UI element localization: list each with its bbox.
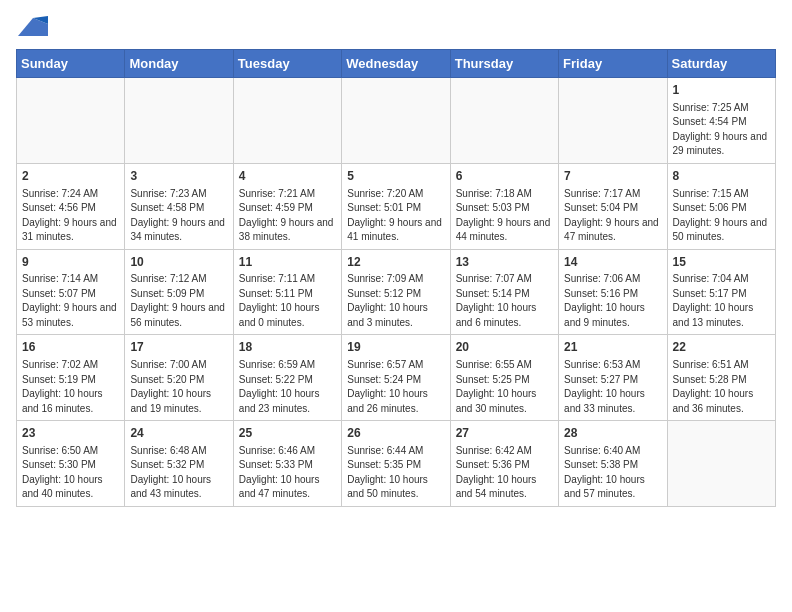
calendar-cell bbox=[667, 421, 775, 507]
day-number: 6 bbox=[456, 168, 553, 185]
calendar-cell: 21Sunrise: 6:53 AM Sunset: 5:27 PM Dayli… bbox=[559, 335, 667, 421]
day-info: Sunrise: 7:06 AM Sunset: 5:16 PM Dayligh… bbox=[564, 272, 661, 330]
day-info: Sunrise: 7:15 AM Sunset: 5:06 PM Dayligh… bbox=[673, 187, 770, 245]
calendar-cell: 11Sunrise: 7:11 AM Sunset: 5:11 PM Dayli… bbox=[233, 249, 341, 335]
day-number: 4 bbox=[239, 168, 336, 185]
calendar-cell: 6Sunrise: 7:18 AM Sunset: 5:03 PM Daylig… bbox=[450, 163, 558, 249]
day-header-tuesday: Tuesday bbox=[233, 50, 341, 78]
calendar-week-3: 9Sunrise: 7:14 AM Sunset: 5:07 PM Daylig… bbox=[17, 249, 776, 335]
calendar-cell: 8Sunrise: 7:15 AM Sunset: 5:06 PM Daylig… bbox=[667, 163, 775, 249]
calendar-cell: 1Sunrise: 7:25 AM Sunset: 4:54 PM Daylig… bbox=[667, 78, 775, 164]
calendar-cell: 9Sunrise: 7:14 AM Sunset: 5:07 PM Daylig… bbox=[17, 249, 125, 335]
day-info: Sunrise: 7:00 AM Sunset: 5:20 PM Dayligh… bbox=[130, 358, 227, 416]
calendar-week-4: 16Sunrise: 7:02 AM Sunset: 5:19 PM Dayli… bbox=[17, 335, 776, 421]
day-number: 9 bbox=[22, 254, 119, 271]
day-header-monday: Monday bbox=[125, 50, 233, 78]
day-info: Sunrise: 7:18 AM Sunset: 5:03 PM Dayligh… bbox=[456, 187, 553, 245]
day-info: Sunrise: 7:24 AM Sunset: 4:56 PM Dayligh… bbox=[22, 187, 119, 245]
day-info: Sunrise: 7:04 AM Sunset: 5:17 PM Dayligh… bbox=[673, 272, 770, 330]
calendar-cell bbox=[233, 78, 341, 164]
day-number: 12 bbox=[347, 254, 444, 271]
day-info: Sunrise: 6:44 AM Sunset: 5:35 PM Dayligh… bbox=[347, 444, 444, 502]
day-number: 14 bbox=[564, 254, 661, 271]
day-info: Sunrise: 7:02 AM Sunset: 5:19 PM Dayligh… bbox=[22, 358, 119, 416]
calendar-cell: 25Sunrise: 6:46 AM Sunset: 5:33 PM Dayli… bbox=[233, 421, 341, 507]
logo bbox=[16, 16, 48, 41]
calendar-cell: 3Sunrise: 7:23 AM Sunset: 4:58 PM Daylig… bbox=[125, 163, 233, 249]
calendar-cell: 4Sunrise: 7:21 AM Sunset: 4:59 PM Daylig… bbox=[233, 163, 341, 249]
day-info: Sunrise: 6:55 AM Sunset: 5:25 PM Dayligh… bbox=[456, 358, 553, 416]
calendar-cell bbox=[559, 78, 667, 164]
day-info: Sunrise: 7:14 AM Sunset: 5:07 PM Dayligh… bbox=[22, 272, 119, 330]
day-info: Sunrise: 6:57 AM Sunset: 5:24 PM Dayligh… bbox=[347, 358, 444, 416]
day-info: Sunrise: 7:23 AM Sunset: 4:58 PM Dayligh… bbox=[130, 187, 227, 245]
day-number: 8 bbox=[673, 168, 770, 185]
day-number: 28 bbox=[564, 425, 661, 442]
calendar-cell: 18Sunrise: 6:59 AM Sunset: 5:22 PM Dayli… bbox=[233, 335, 341, 421]
day-number: 13 bbox=[456, 254, 553, 271]
day-info: Sunrise: 7:25 AM Sunset: 4:54 PM Dayligh… bbox=[673, 101, 770, 159]
day-number: 15 bbox=[673, 254, 770, 271]
day-number: 26 bbox=[347, 425, 444, 442]
day-number: 27 bbox=[456, 425, 553, 442]
day-header-thursday: Thursday bbox=[450, 50, 558, 78]
day-number: 16 bbox=[22, 339, 119, 356]
day-number: 25 bbox=[239, 425, 336, 442]
calendar-table: SundayMondayTuesdayWednesdayThursdayFrid… bbox=[16, 49, 776, 507]
calendar-cell: 22Sunrise: 6:51 AM Sunset: 5:28 PM Dayli… bbox=[667, 335, 775, 421]
day-number: 17 bbox=[130, 339, 227, 356]
calendar-cell: 14Sunrise: 7:06 AM Sunset: 5:16 PM Dayli… bbox=[559, 249, 667, 335]
calendar-cell: 23Sunrise: 6:50 AM Sunset: 5:30 PM Dayli… bbox=[17, 421, 125, 507]
day-info: Sunrise: 6:53 AM Sunset: 5:27 PM Dayligh… bbox=[564, 358, 661, 416]
day-info: Sunrise: 7:07 AM Sunset: 5:14 PM Dayligh… bbox=[456, 272, 553, 330]
calendar-cell: 10Sunrise: 7:12 AM Sunset: 5:09 PM Dayli… bbox=[125, 249, 233, 335]
day-number: 7 bbox=[564, 168, 661, 185]
calendar-cell: 13Sunrise: 7:07 AM Sunset: 5:14 PM Dayli… bbox=[450, 249, 558, 335]
day-number: 24 bbox=[130, 425, 227, 442]
calendar-week-1: 1Sunrise: 7:25 AM Sunset: 4:54 PM Daylig… bbox=[17, 78, 776, 164]
day-number: 1 bbox=[673, 82, 770, 99]
calendar-cell bbox=[450, 78, 558, 164]
calendar-cell bbox=[342, 78, 450, 164]
calendar-week-5: 23Sunrise: 6:50 AM Sunset: 5:30 PM Dayli… bbox=[17, 421, 776, 507]
day-info: Sunrise: 7:21 AM Sunset: 4:59 PM Dayligh… bbox=[239, 187, 336, 245]
day-number: 21 bbox=[564, 339, 661, 356]
day-info: Sunrise: 6:48 AM Sunset: 5:32 PM Dayligh… bbox=[130, 444, 227, 502]
day-number: 20 bbox=[456, 339, 553, 356]
day-info: Sunrise: 7:12 AM Sunset: 5:09 PM Dayligh… bbox=[130, 272, 227, 330]
day-info: Sunrise: 6:46 AM Sunset: 5:33 PM Dayligh… bbox=[239, 444, 336, 502]
calendar-cell: 17Sunrise: 7:00 AM Sunset: 5:20 PM Dayli… bbox=[125, 335, 233, 421]
calendar-cell bbox=[17, 78, 125, 164]
day-info: Sunrise: 6:51 AM Sunset: 5:28 PM Dayligh… bbox=[673, 358, 770, 416]
calendar-cell: 27Sunrise: 6:42 AM Sunset: 5:36 PM Dayli… bbox=[450, 421, 558, 507]
day-number: 10 bbox=[130, 254, 227, 271]
calendar-cell bbox=[125, 78, 233, 164]
calendar-cell: 26Sunrise: 6:44 AM Sunset: 5:35 PM Dayli… bbox=[342, 421, 450, 507]
day-number: 3 bbox=[130, 168, 227, 185]
calendar-cell: 12Sunrise: 7:09 AM Sunset: 5:12 PM Dayli… bbox=[342, 249, 450, 335]
day-number: 11 bbox=[239, 254, 336, 271]
calendar-cell: 28Sunrise: 6:40 AM Sunset: 5:38 PM Dayli… bbox=[559, 421, 667, 507]
page-header bbox=[16, 16, 776, 41]
calendar-cell: 2Sunrise: 7:24 AM Sunset: 4:56 PM Daylig… bbox=[17, 163, 125, 249]
day-number: 22 bbox=[673, 339, 770, 356]
calendar-cell: 19Sunrise: 6:57 AM Sunset: 5:24 PM Dayli… bbox=[342, 335, 450, 421]
day-number: 19 bbox=[347, 339, 444, 356]
calendar-cell: 16Sunrise: 7:02 AM Sunset: 5:19 PM Dayli… bbox=[17, 335, 125, 421]
logo-icon bbox=[18, 16, 48, 36]
day-header-sunday: Sunday bbox=[17, 50, 125, 78]
day-headers-row: SundayMondayTuesdayWednesdayThursdayFrid… bbox=[17, 50, 776, 78]
day-number: 5 bbox=[347, 168, 444, 185]
day-number: 2 bbox=[22, 168, 119, 185]
day-info: Sunrise: 7:11 AM Sunset: 5:11 PM Dayligh… bbox=[239, 272, 336, 330]
day-info: Sunrise: 6:59 AM Sunset: 5:22 PM Dayligh… bbox=[239, 358, 336, 416]
day-info: Sunrise: 6:42 AM Sunset: 5:36 PM Dayligh… bbox=[456, 444, 553, 502]
day-number: 23 bbox=[22, 425, 119, 442]
day-header-friday: Friday bbox=[559, 50, 667, 78]
day-info: Sunrise: 6:40 AM Sunset: 5:38 PM Dayligh… bbox=[564, 444, 661, 502]
day-info: Sunrise: 7:17 AM Sunset: 5:04 PM Dayligh… bbox=[564, 187, 661, 245]
calendar-cell: 20Sunrise: 6:55 AM Sunset: 5:25 PM Dayli… bbox=[450, 335, 558, 421]
day-info: Sunrise: 7:09 AM Sunset: 5:12 PM Dayligh… bbox=[347, 272, 444, 330]
day-header-wednesday: Wednesday bbox=[342, 50, 450, 78]
calendar-cell: 15Sunrise: 7:04 AM Sunset: 5:17 PM Dayli… bbox=[667, 249, 775, 335]
